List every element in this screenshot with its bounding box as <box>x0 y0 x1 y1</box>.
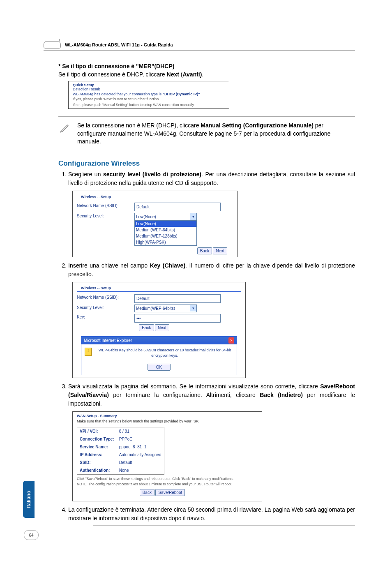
page-header: WL-AM604g Router ADSL WiFi 11g - Guida R… <box>44 41 355 51</box>
table-cell: 8 / 81 <box>117 427 164 435</box>
step-2: Inserire una chiave nel campo Key (Chiav… <box>68 261 355 378</box>
text: Se la connessione non è MER (DHCP), clic… <box>77 122 201 129</box>
bold: Back (Indietro) <box>260 392 303 398</box>
steps-list: Scegliere un security level (livello di … <box>58 170 355 526</box>
table-cell: Default <box>117 459 164 466</box>
hint: Click "Save/Reboot" to save these settin… <box>73 476 262 489</box>
note-box: Se la connessione non è MER (DHCP), clic… <box>58 116 355 151</box>
header-title: WL-AM604g Router ADSL WiFi 11g - Guida R… <box>65 42 173 47</box>
bold-avanti: Avanti) <box>182 71 202 78</box>
bold: "DHCP (Dynamic IP)" <box>163 92 200 96</box>
save-reboot-button[interactable]: Save/Reboot <box>155 489 185 496</box>
screenshot-wireless-setup-1: Wireless -- Setup Network Name (SSID): D… <box>72 191 238 258</box>
table-cell: Authentication: <box>77 466 117 475</box>
text: WL-AM604g has detected that your connect… <box>73 92 163 96</box>
dropdown-option[interactable]: Medium(WEP-128bits) <box>135 233 196 239</box>
next-button[interactable]: Next <box>155 324 169 331</box>
label: Make sure that the settings below match … <box>73 419 262 425</box>
pencil-icon <box>58 122 70 134</box>
text: Se il tipo di connessione è DHCP, clicca… <box>58 71 167 78</box>
next-button[interactable]: Next <box>213 247 227 254</box>
back-button[interactable]: Back <box>139 324 154 331</box>
security-dropdown[interactable]: Medium(WEP-64bits) ▾ <box>134 305 197 312</box>
warning-icon <box>85 348 92 356</box>
table-cell: VPI / VCI: <box>77 427 117 435</box>
text: La configurazione è terminata. Attendere… <box>68 506 355 521</box>
summary-table: VPI / VCI:8 / 81 Connection Type:PPPoE S… <box>77 427 164 475</box>
text: Sarà visualizzata la pagina del sommario… <box>68 383 320 390</box>
alert-dialog: Microsoft Internet Explorer × WEP-64bits… <box>81 336 237 375</box>
router-icon <box>44 41 61 48</box>
divider <box>93 525 355 526</box>
key-input[interactable]: ••• <box>134 314 221 323</box>
screenshot-quick-setup: Quick Setup Detection Result WL-AM604g h… <box>68 81 229 109</box>
hint: If not, please push "Manual Setting" but… <box>69 103 229 108</box>
dropdown-option[interactable]: Medium(WEP-64bits) <box>135 227 196 233</box>
page-number: 64 <box>24 530 39 540</box>
bold: Key (Chiave) <box>150 262 185 269</box>
ssid-label: Network Name (SSID): <box>77 203 134 211</box>
label: WAN Setup - Summary <box>73 412 262 419</box>
text: Inserire una chiave nel campo <box>68 262 150 269</box>
mer-heading: * Se il tipo di connessione è "MER"(DHCP… <box>58 63 355 69</box>
table-cell: PPPoE <box>117 435 164 443</box>
screenshot-wan-summary: WAN Setup - Summary Make sure that the s… <box>72 411 262 502</box>
chevron-down-icon[interactable]: ▾ <box>190 213 196 220</box>
bold-next: Next <box>167 71 179 78</box>
dropdown-option[interactable]: Low(None) <box>135 221 196 227</box>
step-4: La configurazione è terminata. Attendere… <box>68 505 355 526</box>
table-cell: SSID: <box>77 459 117 466</box>
close-icon[interactable]: × <box>228 337 234 344</box>
step-1: Scegliere un security level (livello di … <box>68 170 355 258</box>
table-cell: None <box>117 466 164 475</box>
text: Scegliere un <box>68 171 103 178</box>
label: Wireless -- Setup <box>77 284 241 292</box>
ssid-input[interactable]: Default <box>134 203 221 211</box>
security-label: Security Level: <box>77 305 134 312</box>
screenshot-wireless-setup-2: Wireless -- Setup Network Name (SSID): D… <box>72 282 246 378</box>
table-cell: IP Address: <box>77 451 117 459</box>
key-label: Key: <box>77 314 134 323</box>
dropdown-option[interactable]: High(WPA-PSK) <box>135 239 196 245</box>
dropdown-list: Low(None) Medium(WEP-64bits) Medium(WEP-… <box>135 220 196 245</box>
security-dropdown[interactable]: Low(None) ▾ Low(None) Medium(WEP-64bits)… <box>134 213 197 246</box>
label: Wireless -- Setup <box>77 193 233 201</box>
dropdown-selected: Medium(WEP-64bits) <box>135 305 196 312</box>
security-label: Security Level: <box>77 213 134 219</box>
ssid-input[interactable]: Default <box>134 294 221 303</box>
bold: security level (livello di protezione) <box>103 171 201 178</box>
text: . <box>202 71 203 78</box>
text: per terminare la configurazione. Altrime… <box>109 392 260 398</box>
wireless-heading: Configurazione Wireless <box>58 159 355 168</box>
language-tab: Italiano <box>23 481 35 518</box>
hint: If yes, please push "Next" button to set… <box>69 97 229 103</box>
ok-button[interactable]: OK <box>148 364 171 371</box>
table-cell: Connection Type: <box>77 435 117 443</box>
dropdown-selected: Low(None) <box>135 213 196 220</box>
dialog-message: WEP-64bits Key should be 5 ASCII charact… <box>96 348 233 359</box>
ssid-label: Network Name (SSID): <box>77 294 134 303</box>
mer-instruction: Se il tipo di connessione è DHCP, clicca… <box>58 71 355 78</box>
detect-line: WL-AM604g has detected that your connect… <box>69 92 229 97</box>
step-3: Sarà visualizzata la pagina del sommario… <box>68 382 355 502</box>
table-cell: pppoe_8_81_1 <box>117 443 164 451</box>
table-cell: Service Name: <box>77 443 117 451</box>
table-cell: Automatically Assigned <box>117 451 164 459</box>
label: Detection Result <box>69 87 229 92</box>
back-button[interactable]: Back <box>197 247 212 254</box>
dialog-title: Microsoft Internet Explorer <box>84 337 132 344</box>
label: Quick Setup <box>69 81 229 87</box>
back-button[interactable]: Back <box>140 489 154 496</box>
bold: Manual Setting (Configurazione Manuale) <box>201 122 314 129</box>
chevron-down-icon[interactable]: ▾ <box>190 305 196 311</box>
